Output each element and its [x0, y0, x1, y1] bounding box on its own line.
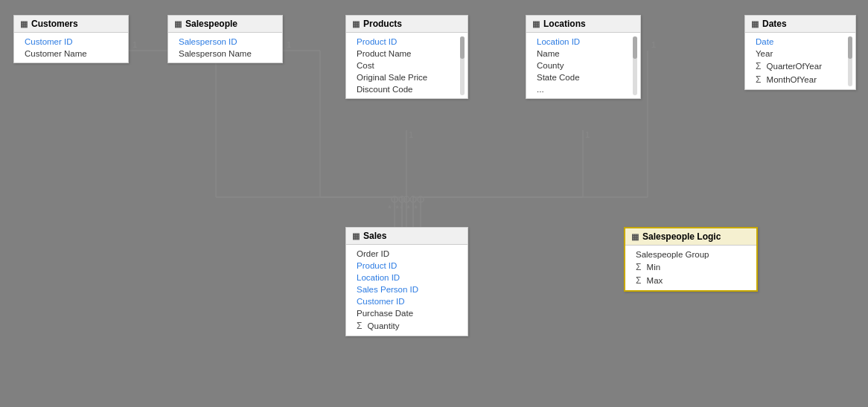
sales-header: ▦ Sales	[346, 228, 467, 245]
svg-text:1: 1	[409, 130, 413, 139]
customers-field-1: Customer Name	[14, 48, 128, 60]
dates-field-0: Date	[745, 36, 855, 48]
products-title: Products	[363, 19, 402, 29]
dates-scrollbar-thumb	[848, 36, 852, 59]
products-field-4: Discount Code	[346, 83, 467, 95]
salespeople-logic-title: Salespeople Logic	[642, 231, 721, 242]
svg-point-13	[399, 196, 405, 202]
svg-text:*: *	[400, 203, 403, 214]
sigma-icon-4: Σ	[636, 262, 641, 272]
sales-title: Sales	[363, 231, 386, 241]
customers-title: Customers	[31, 19, 78, 29]
customers-field-0: Customer ID	[14, 36, 128, 48]
sales-field-4: Customer ID	[346, 295, 467, 307]
salespeople-logic-table-icon: ▦	[631, 232, 639, 242]
products-field-3: Original Sale Price	[346, 71, 467, 83]
sales-body: Order ID Product ID Location ID Sales Pe…	[346, 245, 467, 336]
sales-table[interactable]: ▦ Sales Order ID Product ID Location ID …	[345, 227, 468, 336]
sales-field-6: Σ Quantity	[346, 319, 467, 333]
svg-text:*: *	[395, 203, 399, 214]
dates-table-icon: ▦	[751, 19, 759, 29]
salespeople-logic-table[interactable]: ▦ Salespeople Logic Salespeople Group Σ …	[624, 227, 758, 292]
svg-point-6	[392, 196, 398, 202]
locations-scrollbar-thumb	[633, 36, 637, 59]
products-header: ▦ Products	[346, 16, 467, 33]
locations-header: ▦ Locations	[526, 16, 640, 33]
products-scrollbar[interactable]	[460, 36, 465, 95]
locations-field-0: Location ID	[526, 36, 640, 48]
salespeople-logic-field-0: Salespeople Group	[625, 249, 756, 260]
customers-table[interactable]: ▦ Customers Customer ID Customer Name	[13, 15, 129, 63]
svg-text:*: *	[406, 203, 410, 214]
salespeople-table-icon: ▦	[174, 19, 182, 29]
products-field-2: Cost	[346, 60, 467, 71]
svg-point-30	[418, 196, 424, 202]
sigma-icon-5: Σ	[636, 275, 641, 286]
products-table-icon: ▦	[352, 19, 360, 29]
locations-field-3: State Code	[526, 71, 640, 83]
sales-field-3: Sales Person ID	[346, 283, 467, 295]
salespeople-logic-field-1: Σ Min	[625, 260, 756, 274]
salespeople-table[interactable]: ▦ Salespeople Salesperson ID Salesperson…	[167, 15, 283, 63]
customers-body: Customer ID Customer Name	[14, 33, 128, 63]
salespeople-logic-header: ▦ Salespeople Logic	[625, 228, 756, 246]
sales-field-2: Location ID	[346, 272, 467, 283]
dates-table[interactable]: ▦ Dates Date Year Σ QuarterOfYear Σ Mont…	[744, 15, 856, 90]
sales-field-0: Order ID	[346, 248, 467, 260]
dates-body: Date Year Σ QuarterOfYear Σ MonthOfYear	[745, 33, 855, 89]
svg-text:1: 1	[585, 130, 590, 139]
dates-title: Dates	[762, 19, 787, 29]
svg-text:*: *	[414, 203, 418, 214]
sigma-icon-3: Σ	[357, 321, 362, 331]
locations-field-1: Name	[526, 48, 640, 60]
dates-field-3: Σ MonthOfYear	[745, 73, 855, 86]
sales-table-icon: ▦	[352, 231, 360, 241]
diagram-canvas: 1 * 1 * 1 * 1 * 1 *	[0, 0, 868, 407]
salespeople-header: ▦ Salespeople	[168, 16, 282, 33]
customers-header: ▦ Customers	[14, 16, 128, 33]
svg-text:1: 1	[287, 40, 291, 49]
salespeople-logic-body: Salespeople Group Σ Min Σ Max	[625, 246, 756, 290]
dates-field-2: Σ QuarterOfYear	[745, 60, 855, 73]
products-scrollbar-thumb	[460, 36, 465, 59]
dates-scrollbar[interactable]	[848, 36, 852, 86]
locations-scrollbar[interactable]	[633, 36, 637, 95]
salespeople-field-0: Salesperson ID	[168, 36, 282, 48]
dates-header: ▦ Dates	[745, 16, 855, 33]
sigma-icon-2: Σ	[756, 74, 761, 85]
locations-title: Locations	[543, 19, 586, 29]
products-field-0: Product ID	[346, 36, 467, 48]
svg-text:1: 1	[133, 40, 137, 49]
dates-field-1: Year	[745, 48, 855, 60]
svg-point-24	[410, 196, 416, 202]
svg-point-18	[403, 196, 409, 202]
svg-text:1: 1	[651, 40, 656, 49]
salespeople-title: Salespeople	[185, 19, 237, 29]
customers-table-icon: ▦	[20, 19, 28, 29]
salespeople-logic-field-2: Σ Max	[625, 274, 756, 287]
products-field-1: Product Name	[346, 48, 467, 60]
locations-field-2: County	[526, 60, 640, 71]
locations-body: Location ID Name County State Code ...	[526, 33, 640, 98]
locations-table[interactable]: ▦ Locations Location ID Name County Stat…	[526, 15, 641, 99]
salespeople-field-1: Salesperson Name	[168, 48, 282, 60]
sales-field-1: Product ID	[346, 260, 467, 272]
locations-field-4: ...	[526, 83, 640, 95]
products-body: Product ID Product Name Cost Original Sa…	[346, 33, 467, 98]
svg-text:*: *	[388, 203, 392, 214]
sigma-icon-1: Σ	[756, 61, 761, 71]
products-table[interactable]: ▦ Products Product ID Product Name Cost …	[345, 15, 468, 99]
locations-table-icon: ▦	[532, 19, 540, 29]
salespeople-body: Salesperson ID Salesperson Name	[168, 33, 282, 63]
sales-field-5: Purchase Date	[346, 307, 467, 319]
